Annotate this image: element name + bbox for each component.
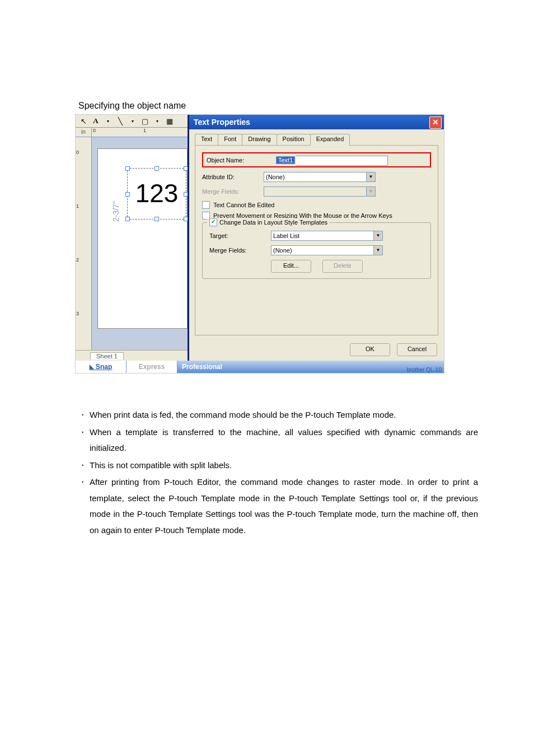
- sheet-tab[interactable]: Sheet 1: [90, 352, 124, 360]
- resize-handle-n[interactable]: [154, 166, 159, 171]
- merge-fields-combo: ▼: [264, 186, 376, 197]
- bullet-icon: ・: [78, 424, 90, 456]
- snap-icon: ◣: [90, 363, 94, 370]
- note-item: ・ When a template is transferred to the …: [78, 424, 478, 456]
- section-heading: Specifying the object name: [78, 101, 512, 111]
- ruler-header: in 0 1: [76, 128, 188, 137]
- mode-express[interactable]: Express: [127, 361, 177, 373]
- delete-button: Delete: [322, 260, 363, 273]
- canvas[interactable]: 2-3/7" 123: [92, 137, 188, 350]
- dimension-label: 2-3/7": [111, 201, 120, 222]
- rect-tool-icon[interactable]: ▢: [140, 116, 149, 125]
- tab-drawing[interactable]: Drawing: [242, 134, 277, 145]
- note-item: ・ This is not compatible with split labe…: [78, 458, 478, 474]
- note-item: ・ When print data is fed, the command mo…: [78, 407, 478, 423]
- chevron-down-icon: ▼: [366, 172, 375, 181]
- resize-handle-w[interactable]: [125, 192, 130, 197]
- brand-tail: brother QL-10: [407, 367, 442, 373]
- dropdown-icon[interactable]: ▾: [153, 116, 162, 125]
- screenshot-figure: ↖ A ▾ ╲ ▾ ▢ ▾ ▦ in 0 1: [75, 114, 444, 374]
- note-text: After printing from P-touch Editor, the …: [90, 474, 478, 538]
- notes-list: ・ When print data is fed, the command mo…: [78, 407, 478, 538]
- dialog-titlebar[interactable]: Text Properties ✕: [189, 115, 444, 129]
- resize-handle-s[interactable]: [154, 217, 159, 221]
- table-tool-icon[interactable]: ▦: [165, 116, 174, 125]
- checkbox-icon[interactable]: [202, 201, 210, 209]
- dialog-tabs: Text Font Drawing Position Expanded: [195, 134, 438, 145]
- object-name-callout: Object Name: Text1: [202, 152, 431, 167]
- object-name-label: Object Name:: [207, 157, 268, 164]
- pointer-tool-icon[interactable]: ↖: [79, 116, 88, 125]
- unit-cell: in: [76, 128, 92, 137]
- mode-professional[interactable]: Professional: [177, 361, 444, 373]
- cancel-button[interactable]: Cancel: [397, 343, 437, 356]
- object-name-input-tail[interactable]: [296, 156, 388, 166]
- note-text: When a template is transferred to the ma…: [90, 424, 478, 456]
- merge-fields-label: Merge Fields:: [202, 188, 264, 195]
- mode-snap[interactable]: ◣ Snap: [76, 361, 127, 373]
- note-item: ・ After printing from P-touch Editor, th…: [78, 474, 478, 538]
- change-data-group: ✓ Change Data in Layout Style Templates …: [202, 222, 431, 279]
- selected-text-object[interactable]: 123: [127, 168, 186, 220]
- vertical-ruler: 0 1 2 3: [76, 137, 92, 350]
- tab-position[interactable]: Position: [277, 134, 311, 145]
- bullet-icon: ・: [78, 458, 90, 474]
- mode-switcher: ◣ Snap Express Professional brother QL-1…: [76, 361, 444, 373]
- editor-pane: ↖ A ▾ ╲ ▾ ▢ ▾ ▦ in 0 1: [76, 115, 188, 361]
- text-tool-icon[interactable]: A: [91, 116, 100, 125]
- chevron-down-icon: ▼: [373, 231, 382, 240]
- merge-fields2-combo[interactable]: (None) ▼: [271, 245, 383, 255]
- target-label: Target:: [209, 232, 271, 239]
- attribute-id-label: Attribute ID:: [202, 174, 264, 180]
- tab-expanded[interactable]: Expanded: [310, 134, 350, 146]
- cannot-edit-checkbox-row[interactable]: Text Cannot Be Edited: [202, 201, 431, 209]
- dropdown-icon[interactable]: ▾: [128, 116, 137, 125]
- text-object-content: 123: [128, 169, 186, 210]
- note-text: When print data is fed, the command mode…: [90, 407, 478, 423]
- chevron-down-icon: ▼: [373, 246, 382, 255]
- close-button[interactable]: ✕: [429, 116, 442, 129]
- attribute-id-combo[interactable]: (None) ▼: [264, 172, 376, 182]
- close-icon: ✕: [432, 118, 439, 127]
- tab-text[interactable]: Text: [195, 134, 218, 145]
- edit-button[interactable]: Edit...: [271, 260, 311, 273]
- merge-fields2-label: Merge Fields:: [209, 247, 271, 254]
- bullet-icon: ・: [78, 474, 90, 538]
- checkbox-icon[interactable]: ✓: [209, 218, 217, 226]
- tab-font[interactable]: Font: [218, 134, 242, 145]
- target-combo[interactable]: Label List ▼: [271, 231, 383, 241]
- bullet-icon: ・: [78, 407, 90, 423]
- line-tool-icon[interactable]: ╲: [116, 116, 125, 125]
- ok-button[interactable]: OK: [350, 343, 390, 356]
- resize-handle-sw[interactable]: [125, 217, 130, 221]
- label-area: 2-3/7" 123: [97, 148, 188, 329]
- cannot-edit-label: Text Cannot Be Edited: [213, 202, 274, 208]
- horizontal-ruler: 0 1: [92, 128, 188, 137]
- group-legend-text: Change Data in Layout Style Templates: [219, 219, 327, 226]
- sheet-tabs-row: Sheet 1: [76, 350, 188, 361]
- tab-content-expanded: Object Name: Text1 Attribute ID: (None) …: [195, 145, 438, 335]
- resize-handle-nw[interactable]: [125, 166, 130, 171]
- chevron-down-icon: ▼: [366, 187, 375, 196]
- object-name-input[interactable]: Text1: [276, 156, 295, 164]
- editor-toolbar: ↖ A ▾ ╲ ▾ ▢ ▾ ▦: [76, 115, 188, 128]
- text-properties-dialog: Text Properties ✕ Text Font Drawing Posi…: [188, 115, 444, 361]
- dialog-title: Text Properties: [194, 118, 250, 127]
- dropdown-icon[interactable]: ▾: [104, 116, 113, 125]
- note-text: This is not compatible with split labels…: [90, 458, 478, 474]
